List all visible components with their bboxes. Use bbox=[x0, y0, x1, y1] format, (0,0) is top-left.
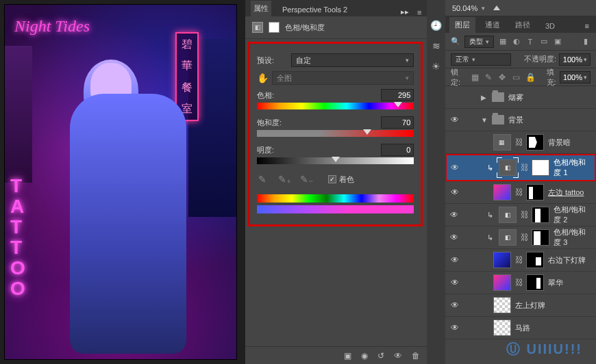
chevron-down-icon[interactable]: ▾ bbox=[482, 5, 485, 12]
visibility-toggle[interactable]: 👁 bbox=[449, 210, 458, 220]
visibility-toggle[interactable]: 👁 bbox=[449, 278, 460, 287]
link-icon[interactable]: ⛓ bbox=[521, 233, 527, 242]
filter-shape-icon[interactable]: ▭ bbox=[539, 37, 549, 47]
hue-slider[interactable] bbox=[257, 103, 414, 109]
zoom-flyout-icon[interactable] bbox=[493, 5, 500, 10]
fill-label: 填充: bbox=[547, 67, 557, 88]
visibility-toggle[interactable]: 👁 bbox=[449, 187, 460, 197]
preset-select[interactable]: 自定▾ bbox=[291, 53, 414, 67]
link-icon[interactable]: ⛓ bbox=[515, 255, 522, 265]
visibility-toggle[interactable]: 👁 bbox=[449, 115, 460, 125]
targeted-adjust-icon[interactable]: ✋ bbox=[257, 73, 268, 83]
layer-left-sign[interactable]: 👁 左上灯牌 bbox=[445, 294, 596, 317]
hue-sat-icon: ◧ bbox=[252, 22, 263, 33]
layer-bihua[interactable]: 👁 ⛓ 翠华 bbox=[445, 272, 596, 294]
visibility-toggle[interactable]: 👁 bbox=[451, 163, 460, 172]
layer-road[interactable]: 👁 马路 bbox=[445, 317, 596, 339]
chevron-right-icon[interactable]: ▶ bbox=[481, 94, 488, 101]
visibility-toggle[interactable]: 👁 bbox=[449, 323, 460, 333]
link-icon[interactable]: ⛓ bbox=[515, 187, 522, 197]
tab-3d[interactable]: 3D bbox=[540, 19, 560, 33]
fill-input[interactable]: 100%▾ bbox=[560, 71, 591, 83]
visibility-toggle[interactable]: 👁 bbox=[449, 255, 460, 265]
eyedropper-add-icon[interactable]: ✎₊ bbox=[279, 174, 290, 185]
link-icon[interactable]: ⛓ bbox=[521, 163, 527, 172]
panel-collapse-icon[interactable]: ▸▸ bbox=[401, 8, 409, 16]
layer-thumb[interactable] bbox=[493, 274, 511, 291]
layer-left-tattoo[interactable]: 👁 ⛓ 左边 tattoo bbox=[445, 181, 596, 204]
layer-right-sign[interactable]: 👁 ⛓ 右边下灯牌 bbox=[445, 249, 596, 272]
swatches-icon[interactable]: ☀ bbox=[430, 60, 443, 73]
properties-footer: ▣ ◉ ↺ 👁 🗑 bbox=[245, 346, 427, 364]
clip-indicator-icon: ↳ bbox=[487, 233, 493, 242]
colorize-checkbox[interactable]: ✓ 着色 bbox=[328, 174, 354, 185]
history-icon[interactable]: 🕘 bbox=[430, 19, 443, 31]
panel-menu-icon[interactable]: ≡ bbox=[417, 8, 421, 16]
eyedropper-icon[interactable]: ✎ bbox=[257, 174, 268, 185]
visibility-toggle[interactable]: 👁 bbox=[449, 300, 460, 310]
hue-sat-thumb[interactable]: ◧ bbox=[499, 159, 517, 176]
lock-position-icon[interactable]: ✥ bbox=[498, 73, 506, 82]
toggle-visibility-icon[interactable]: 👁 bbox=[394, 351, 402, 361]
eyedropper-subtract-icon[interactable]: ✎₋ bbox=[301, 174, 312, 185]
layer-mask-thumb[interactable] bbox=[526, 252, 544, 268]
brush-icon[interactable]: ≋ bbox=[430, 40, 443, 52]
tab-paths[interactable]: 路径 bbox=[510, 17, 536, 33]
lock-pixels-icon[interactable]: ▦ bbox=[471, 73, 479, 82]
hue-value-input[interactable]: 295 bbox=[381, 89, 414, 101]
filter-adjust-icon[interactable]: ◐ bbox=[512, 37, 521, 47]
range-select[interactable]: 全图▾ bbox=[272, 71, 414, 85]
search-icon[interactable]: 🔍 bbox=[451, 37, 460, 47]
layer-mask-thumb[interactable] bbox=[532, 229, 549, 246]
layer-thumb[interactable] bbox=[493, 297, 511, 313]
lock-brush-icon[interactable]: ✎ bbox=[484, 73, 493, 82]
view-previous-icon[interactable]: ◉ bbox=[361, 351, 368, 361]
layer-group-background[interactable]: 👁 ▼ 背景 bbox=[445, 109, 596, 131]
filter-smart-icon[interactable]: ▣ bbox=[553, 37, 562, 47]
filter-kind-select[interactable]: 类型▾ bbox=[464, 36, 494, 48]
zoom-value[interactable]: 50.04% bbox=[452, 4, 477, 12]
link-icon[interactable]: ⛓ bbox=[515, 138, 522, 147]
layer-list[interactable]: ▶ 烟雾 👁 ▼ 背景 ▦ ⛓ 背景暗 👁 bbox=[445, 86, 596, 364]
lock-all-icon[interactable]: 🔒 bbox=[526, 73, 536, 82]
link-icon[interactable]: ⛓ bbox=[515, 278, 522, 287]
chevron-down-icon[interactable]: ▼ bbox=[481, 116, 488, 124]
layer-mask-thumb[interactable] bbox=[526, 184, 544, 200]
visibility-toggle[interactable]: 👁 bbox=[449, 233, 458, 242]
layer-thumb[interactable] bbox=[493, 184, 511, 200]
hue-sat-thumb[interactable]: ◧ bbox=[499, 229, 517, 246]
link-icon[interactable]: ⛓ bbox=[521, 210, 527, 220]
trash-icon[interactable]: 🗑 bbox=[412, 351, 420, 361]
document-canvas[interactable]: 碧華餐室 Night Tides TATTOO bbox=[4, 4, 237, 360]
lock-artboard-icon[interactable]: ▭ bbox=[512, 73, 521, 82]
lightness-value-input[interactable]: 0 bbox=[381, 144, 414, 156]
tab-layers[interactable]: 图层 bbox=[449, 17, 475, 33]
layer-mask-thumb[interactable] bbox=[526, 274, 544, 291]
hue-sat-thumb[interactable]: ◧ bbox=[499, 207, 517, 223]
layer-mask-thumb[interactable] bbox=[532, 159, 549, 176]
tab-perspective-tools[interactable]: Perspective Tools 2 bbox=[280, 3, 350, 16]
filter-pixel-icon[interactable]: ▦ bbox=[498, 37, 508, 47]
tab-channels[interactable]: 通道 bbox=[480, 17, 506, 33]
layer-bg-dark[interactable]: ▦ ⛓ 背景暗 bbox=[445, 131, 596, 154]
saturation-value-input[interactable]: 70 bbox=[381, 116, 414, 129]
layer-mask-thumb[interactable] bbox=[526, 134, 544, 151]
layer-hue-sat-1[interactable]: 👁 ↳ ◧ ⛓ 色相/饱和度 1 bbox=[445, 154, 596, 181]
layer-mask-thumb[interactable] bbox=[532, 207, 549, 223]
layer-hue-sat-3[interactable]: 👁 ↳ ◧ ⛓ 色相/饱和度 3 bbox=[445, 226, 596, 249]
lightness-slider[interactable] bbox=[257, 157, 414, 164]
clip-to-layer-icon[interactable]: ▣ bbox=[344, 351, 351, 361]
layer-group-smoke[interactable]: ▶ 烟雾 bbox=[445, 86, 596, 109]
layer-thumb[interactable] bbox=[493, 320, 511, 336]
tab-properties[interactable]: 属性 bbox=[251, 1, 271, 16]
mask-icon[interactable] bbox=[269, 22, 280, 33]
saturation-slider[interactable] bbox=[257, 130, 414, 137]
reset-icon[interactable]: ↺ bbox=[377, 351, 384, 361]
layer-hue-sat-2[interactable]: 👁 ↳ ◧ ⛓ 色相/饱和度 2 bbox=[445, 204, 596, 226]
opacity-input[interactable]: 100%▾ bbox=[559, 53, 591, 66]
filter-type-icon[interactable]: T bbox=[525, 37, 535, 47]
layer-thumb[interactable] bbox=[493, 252, 511, 268]
filter-toggle-icon[interactable]: ▮ bbox=[581, 37, 591, 47]
panel-menu-icon[interactable]: ≡ bbox=[582, 19, 592, 33]
blend-mode-select[interactable]: 正常▾ bbox=[451, 53, 511, 66]
